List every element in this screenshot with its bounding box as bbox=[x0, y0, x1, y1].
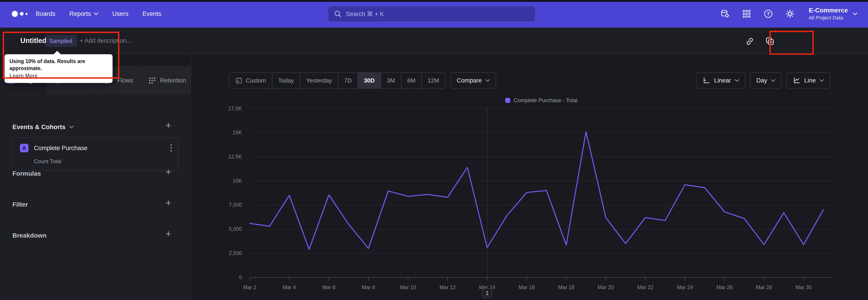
report-title[interactable]: Untitled bbox=[20, 28, 46, 54]
settings-gear-icon[interactable] bbox=[785, 9, 795, 19]
svg-text:?: ? bbox=[767, 11, 770, 16]
retention-icon bbox=[148, 76, 156, 85]
nav-item-reports[interactable]: Reports bbox=[69, 10, 98, 18]
y-axis-tick-label: 12.5K bbox=[228, 154, 242, 160]
section-formulas: Formulas bbox=[12, 170, 41, 177]
event-metric[interactable]: Count Total bbox=[34, 158, 61, 164]
nav-item-boards[interactable]: Boards bbox=[36, 10, 55, 18]
y-axis-tick-label: 15K bbox=[232, 129, 242, 136]
sampling-tooltip: Using 10% of data. Results are approxima… bbox=[4, 54, 113, 83]
chevron-down-icon bbox=[69, 126, 74, 128]
project-selector[interactable]: E-Commerce All Project Data bbox=[809, 0, 857, 28]
x-axis-tick-label: Mar 30 bbox=[796, 284, 812, 290]
x-axis-tick-label: Mar 24 bbox=[677, 284, 693, 290]
y-axis-tick-label: 0 bbox=[239, 274, 242, 280]
nav-icon-group: ? bbox=[720, 0, 795, 28]
series-line[interactable] bbox=[250, 131, 824, 249]
add-breakdown-button[interactable]: + bbox=[165, 229, 171, 239]
learn-more-link[interactable]: Learn More bbox=[9, 73, 107, 79]
add-description-button[interactable]: + Add description... bbox=[80, 28, 131, 54]
x-axis-tick-label: Mar 8 bbox=[362, 284, 375, 290]
tooltip-text: Using 10% of data. Results are approxima… bbox=[9, 58, 107, 72]
insights-report-page: Boards Reports Users Events Search ⌘ + K bbox=[0, 0, 868, 300]
y-axis-tick-label: 10K bbox=[232, 178, 242, 184]
event-name: Complete Purchase bbox=[34, 145, 88, 152]
x-axis-tick-label: Mar 18 bbox=[558, 284, 575, 290]
section-breakdown: Breakdown bbox=[12, 232, 46, 239]
event-options-kebab-icon[interactable] bbox=[170, 144, 172, 151]
x-axis-tick-label: Mar 16 bbox=[519, 284, 535, 290]
project-name: E-Commerce bbox=[809, 7, 848, 14]
events-cohorts-header[interactable]: Events & Cohorts bbox=[12, 123, 74, 131]
tab-label: Flows bbox=[117, 77, 133, 84]
nav-links: Boards Reports Users Events bbox=[36, 0, 161, 28]
section-filter: Filter bbox=[12, 201, 28, 208]
report-toolbar: Untitled Sampled + Add description... Sa… bbox=[0, 28, 868, 54]
nav-item-label: Events bbox=[143, 10, 161, 18]
mixpanel-logo-icon[interactable] bbox=[12, 0, 28, 28]
copy-link-icon[interactable] bbox=[745, 37, 754, 46]
search-placeholder: Search ⌘ + K bbox=[346, 10, 384, 18]
event-row-complete-purchase[interactable]: A Complete Purchase Count Total bbox=[11, 138, 179, 171]
tab-retention[interactable]: Retention bbox=[143, 66, 191, 94]
add-filter-button[interactable]: + bbox=[165, 198, 171, 208]
y-axis-tick-label: 17.5K bbox=[228, 106, 242, 112]
search-input[interactable]: Search ⌘ + K bbox=[328, 6, 536, 22]
data-management-icon[interactable] bbox=[720, 9, 730, 19]
nav-item-label: Boards bbox=[36, 10, 55, 18]
tooltip-arrow bbox=[53, 51, 61, 55]
x-axis-tick-label: Mar 2 bbox=[243, 284, 256, 290]
chart-annotation-marker[interactable]: 1 bbox=[482, 288, 492, 298]
chevron-down-icon bbox=[853, 12, 857, 15]
chevron-down-icon bbox=[94, 12, 98, 15]
x-axis-tick-label: Mar 26 bbox=[716, 284, 733, 290]
x-axis-tick-label: Mar 20 bbox=[598, 284, 614, 290]
y-axis-tick-label: 7,500 bbox=[229, 202, 242, 208]
x-axis-tick-label: Mar 28 bbox=[756, 284, 772, 290]
x-axis-tick-label: Mar 12 bbox=[439, 284, 456, 290]
x-axis-tick-label: Mar 6 bbox=[322, 284, 336, 290]
line-chart[interactable]: 02,5005,0007,50010K12.5K15K17.5KMar 2Mar… bbox=[191, 54, 868, 300]
search-icon bbox=[334, 10, 342, 18]
help-icon[interactable]: ? bbox=[764, 9, 773, 19]
x-axis-tick-label: Mar 10 bbox=[400, 284, 416, 290]
x-axis-tick-label: Mar 4 bbox=[283, 284, 296, 290]
tab-label: Retention bbox=[160, 77, 186, 84]
top-nav: Boards Reports Users Events Search ⌘ + K bbox=[0, 0, 868, 28]
apps-grid-icon[interactable] bbox=[742, 9, 751, 19]
nav-item-label: Reports bbox=[69, 10, 91, 18]
add-formula-button[interactable]: + bbox=[165, 167, 171, 177]
x-axis-tick-label: Mar 22 bbox=[637, 284, 653, 290]
sampled-badge[interactable]: Sampled bbox=[45, 35, 76, 47]
nav-item-users[interactable]: Users bbox=[112, 10, 129, 18]
event-series-badge: A bbox=[20, 144, 29, 152]
y-axis-tick-label: 5,000 bbox=[229, 226, 242, 232]
chart-panel: Custom Today Yesterday 7D 30D 3M 6M 12M … bbox=[191, 54, 868, 300]
add-to-board-icon[interactable] bbox=[765, 36, 775, 46]
project-scope: All Project Data bbox=[809, 15, 848, 21]
events-cohorts-label: Events & Cohorts bbox=[12, 123, 66, 131]
nav-item-events[interactable]: Events bbox=[143, 10, 161, 18]
y-axis-tick-label: 2,500 bbox=[229, 250, 242, 256]
nav-item-label: Users bbox=[112, 10, 129, 18]
query-builder-sidebar: Insights Funnels Flows bbox=[0, 54, 191, 300]
add-event-button[interactable]: + bbox=[165, 120, 171, 130]
